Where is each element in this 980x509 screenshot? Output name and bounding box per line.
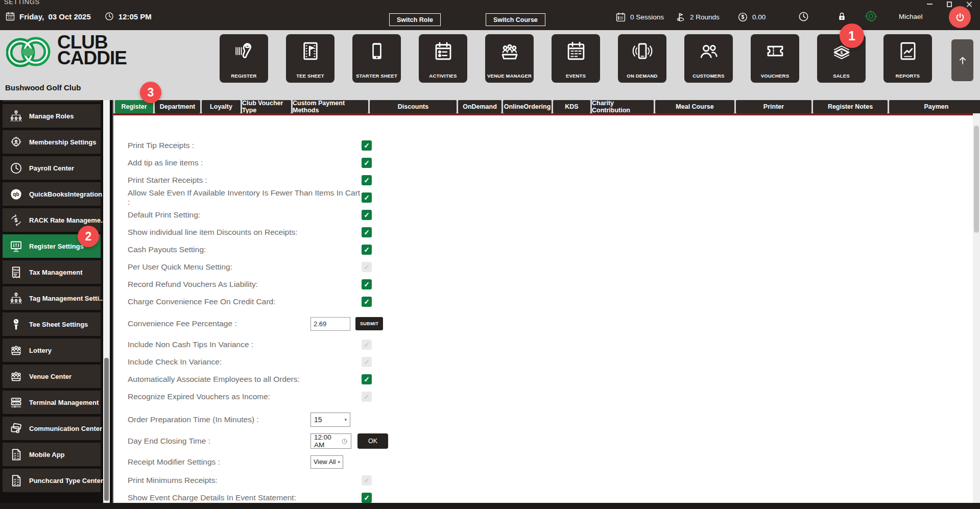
tab-department[interactable]: Department [155, 100, 200, 113]
sidebar-scrollbar-thumb[interactable] [104, 358, 109, 501]
charge-convenience-fee-checkbox[interactable]: ✓ [362, 297, 372, 307]
add-tip-as-line-items-checkbox[interactable]: ✓ [362, 158, 372, 168]
sidebar-item-tax-management[interactable]: TAX$=Tax Management [3, 260, 101, 284]
setting-label: Default Print Setting: [128, 210, 362, 220]
sidebar-item-tee-sheet-settings[interactable]: Tee Sheet Settings [3, 312, 101, 336]
annotation-badge-1: 1 [840, 23, 864, 48]
tab-paymen[interactable]: Paymen [889, 100, 980, 113]
receipt-modifier-settings-select[interactable]: View All▾ [310, 455, 343, 469]
tab-custom-payment-methods[interactable]: Custom Payment Methods [293, 100, 368, 113]
minimize-icon[interactable] [926, 2, 933, 7]
lock-icon[interactable] [836, 11, 847, 22]
switch-role-button[interactable]: Switch Role [389, 13, 441, 26]
nav-tile-vouchers[interactable]: VOUCHERS [751, 34, 799, 83]
setting-label: Cash Payouts Setting: [128, 245, 362, 254]
nav-tile-activities[interactable]: ACTIVITIES [419, 34, 467, 83]
terminal-icon [9, 396, 23, 409]
power-button[interactable] [949, 6, 971, 28]
cash-payouts-setting-checkbox[interactable]: ✓ [362, 245, 372, 255]
setting-row-line-item-discounts-on-receipts: Show individual line item Discounts on R… [128, 224, 949, 241]
tab-loyalty[interactable]: Loyalty [202, 100, 241, 113]
convenience-fee-percentage-input[interactable] [310, 317, 350, 331]
nav-tile-events[interactable]: EVENTS [552, 34, 600, 83]
bottom-edge-bar [0, 503, 980, 509]
setting-label: Record Refund Vouchers As Liability: [128, 280, 362, 289]
gear-icon[interactable] [864, 9, 878, 23]
nav-tile-label: VENUE MANAGER [485, 73, 534, 79]
svg-text:$: $ [17, 430, 18, 433]
nav-tile-label: CUSTOMERS [684, 73, 733, 79]
show-event-charge-details-checkbox[interactable]: ✓ [362, 493, 372, 503]
sidebar-scrollbar[interactable] [103, 100, 110, 503]
app-window: SETTINGS Friday, 03 Oct 2025 12:05 PM Sw… [0, 0, 980, 509]
svg-text:$: $ [840, 50, 843, 55]
allow-sale-low-inventory-checkbox[interactable]: ✓ [362, 192, 372, 203]
setting-row-per-user-quick-menu: Per User Quick Menu Setting:✓ [128, 258, 949, 276]
content-scrollbar-thumb[interactable] [974, 126, 979, 233]
setting-label: Include Check In Variance: [128, 357, 362, 367]
sidebar-item-lottery[interactable]: Lottery [3, 338, 101, 362]
sidebar-item-payroll-center[interactable]: Payroll Center [3, 156, 101, 180]
restore-icon[interactable] [946, 2, 953, 7]
default-print-setting-checkbox[interactable]: ✓ [362, 210, 372, 220]
auto-associate-employees-checkbox[interactable]: ✓ [362, 374, 372, 384]
line-item-discounts-on-receipts-checkbox[interactable]: ✓ [362, 227, 372, 237]
club-name: Bushwood Golf Club [5, 83, 81, 92]
print-starter-receipts-checkbox[interactable]: ✓ [362, 175, 372, 185]
nav-tile-starter-sheet[interactable]: STARTER SHEET [352, 34, 401, 83]
setting-row-print-tip-receipts: Print Tip Receipts :✓ [128, 137, 949, 154]
ok-button[interactable]: OK [357, 433, 388, 449]
setting-label: Print Minimums Receipts: [128, 476, 362, 485]
sidebar-item-venue-center[interactable]: Venue Center [3, 365, 101, 388]
nav-tile-label: STARTER SHEET [352, 73, 401, 79]
reports-icon [897, 40, 919, 62]
setting-row-default-print-setting: Default Print Setting:✓ [128, 206, 949, 224]
vouchers-icon [764, 40, 786, 62]
sidebar-item-manage-roles[interactable]: Manage Roles [3, 104, 101, 128]
user-name: Michael [899, 13, 923, 20]
nav-tile-on-demand[interactable]: ON DEMAND [618, 34, 666, 83]
sidebar-item-quickbooksintegration[interactable]: qbQuickBooksIntegration [3, 182, 101, 206]
nav-tile-tee-sheet[interactable]: TEE SHEET [286, 34, 334, 83]
tab-kds[interactable]: KDS [553, 100, 590, 113]
people-group-icon [9, 370, 23, 383]
tab-discounts[interactable]: Discounts [370, 100, 457, 113]
per-user-quick-menu-checkbox: ✓ [362, 262, 372, 272]
tab-charity-contribution[interactable]: Charity Contribution [592, 100, 654, 113]
order-preparation-time-select[interactable]: 15▾ [310, 413, 350, 427]
amount-value: 0.00 [752, 13, 766, 21]
tab-ondemand[interactable]: OnDemand [458, 100, 501, 113]
clock-status-icon[interactable] [798, 11, 809, 22]
nav-tile-customers[interactable]: CUSTOMERS [684, 34, 733, 83]
tab-meal-course[interactable]: Meal Course [655, 100, 734, 113]
submit-button[interactable]: SUBMIT [355, 317, 383, 330]
sidebar-item-membership-settings[interactable]: Membership Settings [3, 130, 101, 154]
tab-onlineordering[interactable]: OnlineOrdering [503, 100, 552, 113]
on-demand-icon [632, 40, 653, 62]
content-scrollbar[interactable] [973, 113, 980, 503]
rate-exchange-icon: $ [9, 213, 23, 227]
doc-list-icon [9, 474, 23, 488]
sidebar-item-punchcard-type-center[interactable]: Punchcard Type Center [3, 469, 101, 492]
setting-row-charge-convenience-fee: Charge Convenience Fee On Credit Card:✓ [128, 293, 949, 310]
print-tip-receipts-checkbox[interactable]: ✓ [362, 140, 372, 151]
sidebar-item-communication-center[interactable]: $Communication Center [3, 417, 101, 440]
sidebar-item-terminal-management[interactable]: Terminal Management [3, 391, 101, 414]
tab-club-voucher-type[interactable]: Club Voucher Type [242, 100, 291, 113]
day-end-closing-time-input[interactable]: 12:00 AM [310, 433, 351, 449]
nav-tile-venue-manager[interactable]: VENUE MANAGER [485, 34, 534, 83]
switch-course-button[interactable]: Switch Course [486, 13, 545, 26]
scroll-up-button[interactable] [951, 39, 973, 81]
record-refund-vouchers-liability-checkbox[interactable]: ✓ [362, 279, 372, 289]
include-check-in-variance-checkbox: ✓ [362, 357, 372, 367]
sidebar-item-tag-management-setti[interactable]: Tag Management Setti... [3, 286, 101, 310]
nav-tile-register[interactable]: REGISTER [220, 34, 268, 83]
sidebar-item-mobile-app[interactable]: Mobile App [3, 443, 101, 466]
close-icon[interactable] [966, 2, 973, 7]
nav-tile-label: ACTIVITIES [419, 73, 467, 79]
tab-register-notes[interactable]: Register Notes [813, 100, 888, 113]
people-tree-icon [9, 292, 23, 305]
register-settings-icon [9, 239, 23, 253]
nav-tile-reports[interactable]: REPORTS [883, 34, 932, 83]
tab-printer[interactable]: Printer [736, 100, 811, 113]
